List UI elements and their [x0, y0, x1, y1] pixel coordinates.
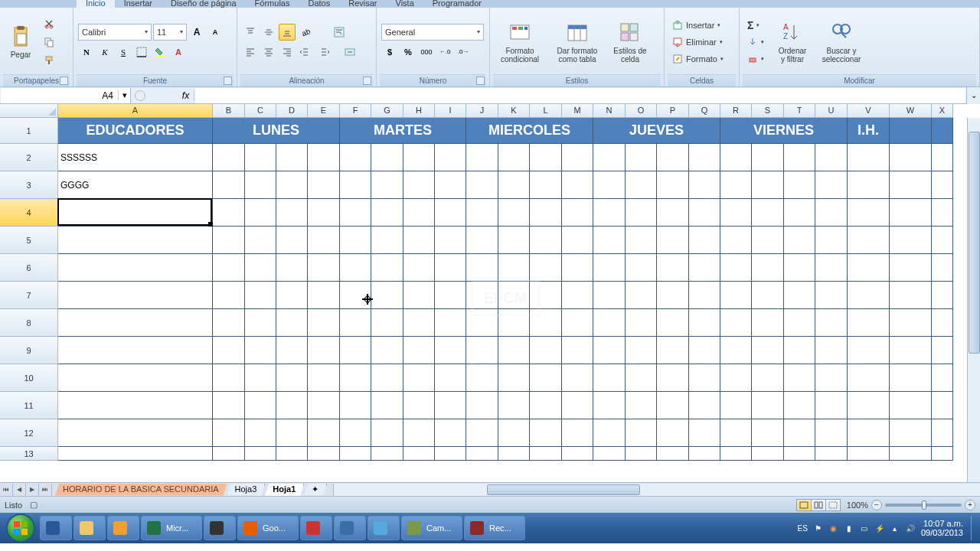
cell-I10[interactable] [435, 364, 466, 392]
cell-D6[interactable] [276, 254, 308, 282]
cell-G2[interactable] [371, 144, 403, 171]
cell-L3[interactable] [530, 171, 562, 199]
sheet-tab[interactable]: Hoja3 [227, 484, 266, 496]
cell-V8[interactable] [848, 309, 890, 337]
cell-X8[interactable] [932, 309, 953, 337]
cell-N7[interactable] [593, 282, 626, 309]
cell-H8[interactable] [403, 309, 435, 337]
cell-O4[interactable] [626, 199, 657, 227]
cell-B4[interactable] [213, 199, 245, 227]
col-header-K[interactable]: K [498, 104, 530, 118]
cell-S4[interactable] [752, 199, 784, 227]
cell-J3[interactable] [466, 171, 498, 199]
cell-G5[interactable] [371, 227, 403, 254]
cell-U9[interactable] [815, 337, 848, 364]
cell-A6[interactable] [58, 254, 213, 282]
cell-M11[interactable] [562, 392, 593, 419]
cell-E5[interactable] [308, 227, 340, 254]
cell-B7[interactable] [213, 282, 245, 309]
spreadsheet-grid[interactable]: 12345678910111213 ABCDEFGHIJKLMNOPQRSTUV… [0, 104, 980, 482]
cell-A11[interactable] [58, 392, 213, 419]
cell-K11[interactable] [498, 392, 530, 419]
cell-U3[interactable] [815, 171, 848, 199]
cell-Q13[interactable] [689, 447, 720, 461]
increase-indent-button[interactable] [315, 44, 332, 60]
col-header-P[interactable]: P [657, 104, 689, 118]
grow-font-button[interactable]: A [188, 24, 205, 41]
cell-R11[interactable] [720, 392, 752, 419]
cell-W13[interactable] [890, 447, 932, 461]
zoom-out-button[interactable]: − [871, 500, 882, 510]
cell-M10[interactable] [562, 364, 593, 392]
cell-M13[interactable] [562, 447, 593, 461]
tab-formulas[interactable]: Fórmulas [246, 0, 299, 8]
cell-W7[interactable] [890, 282, 932, 309]
cell-N6[interactable] [593, 254, 626, 282]
cell-N10[interactable] [593, 364, 626, 392]
sheet-nav-prev[interactable]: ◀ [13, 484, 26, 496]
col-header-B[interactable]: B [213, 104, 245, 118]
sheet-nav-last[interactable]: ⏭ [39, 484, 52, 496]
cell-B13[interactable] [213, 447, 245, 461]
cell-S3[interactable] [752, 171, 784, 199]
cell-W4[interactable] [890, 199, 932, 227]
header-cell[interactable]: MARTES [340, 118, 466, 144]
cell-O9[interactable] [626, 337, 657, 364]
zoom-level[interactable]: 100% [847, 500, 868, 510]
cell-M6[interactable] [562, 254, 593, 282]
cell-A5[interactable] [58, 227, 213, 254]
cell-F2[interactable] [340, 144, 371, 171]
cell-A4[interactable] [58, 199, 213, 227]
cell-W3[interactable] [890, 171, 932, 199]
cell-S6[interactable] [752, 254, 784, 282]
cell-F4[interactable] [340, 199, 371, 227]
tray-network-icon[interactable]: ▮ [843, 522, 855, 534]
cell-L12[interactable] [530, 419, 562, 447]
cell-D12[interactable] [276, 419, 308, 447]
cell-P2[interactable] [657, 144, 689, 171]
cell-G4[interactable] [371, 199, 403, 227]
clear-button[interactable]: ▾ [744, 51, 767, 67]
cell-N4[interactable] [593, 199, 626, 227]
zoom-in-button[interactable]: + [965, 500, 975, 510]
cell-U13[interactable] [815, 447, 848, 461]
cell-B2[interactable] [213, 144, 245, 171]
col-header-A[interactable]: A [58, 104, 213, 118]
taskbar-item-camtasia[interactable]: Cam... [401, 516, 462, 540]
cell-M3[interactable] [562, 171, 593, 199]
cell-I9[interactable] [435, 337, 466, 364]
cell-D10[interactable] [276, 364, 308, 392]
cell-E2[interactable] [308, 144, 340, 171]
cell-L2[interactable] [530, 144, 562, 171]
cell-D2[interactable] [276, 144, 308, 171]
cell-J4[interactable] [466, 199, 498, 227]
cell-A12[interactable] [58, 419, 213, 447]
cell-J13[interactable] [466, 447, 498, 461]
cut-button[interactable] [41, 15, 57, 32]
sheet-nav-next[interactable]: ▶ [26, 484, 39, 496]
col-header-T[interactable]: T [784, 104, 815, 118]
header-cell[interactable]: LUNES [213, 118, 340, 144]
cell-H13[interactable] [403, 447, 435, 461]
cell-U7[interactable] [815, 282, 848, 309]
cell-D5[interactable] [276, 227, 308, 254]
cell-A8[interactable] [58, 309, 213, 337]
cell-Q10[interactable] [689, 364, 720, 392]
percent-button[interactable]: % [400, 44, 416, 60]
cell-S10[interactable] [752, 364, 784, 392]
cell-Q7[interactable] [689, 282, 720, 309]
decrease-decimal-button[interactable]: .0→ [455, 44, 472, 60]
cell-U10[interactable] [815, 364, 848, 392]
cell-F3[interactable] [340, 171, 371, 199]
col-header-H[interactable]: H [403, 104, 435, 118]
alignment-launcher[interactable] [363, 77, 371, 85]
col-header-J[interactable]: J [466, 104, 498, 118]
cell-J7[interactable] [466, 282, 498, 309]
cell-V2[interactable] [848, 144, 890, 171]
row-header-8[interactable]: 8 [0, 309, 58, 337]
cell-P6[interactable] [657, 254, 689, 282]
cell-P12[interactable] [657, 419, 689, 447]
cell-O13[interactable] [626, 447, 657, 461]
cell-H9[interactable] [403, 337, 435, 364]
paste-button[interactable]: Pegar [3, 12, 38, 72]
